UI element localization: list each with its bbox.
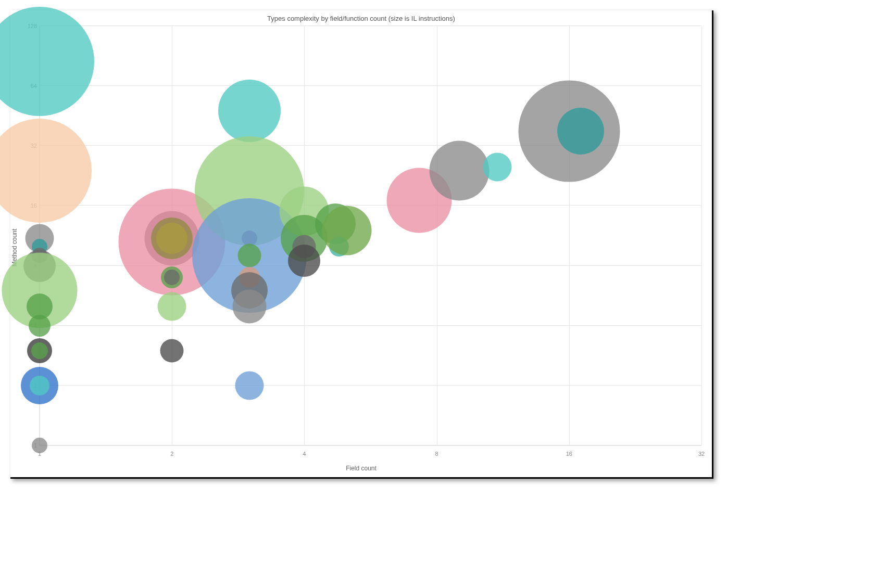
data-bubble[interactable] xyxy=(288,245,320,277)
x-tick: 32 xyxy=(698,451,705,457)
gridline-h xyxy=(40,25,701,26)
data-bubble[interactable] xyxy=(557,108,604,155)
data-bubble[interactable] xyxy=(218,80,281,142)
gridline-h xyxy=(40,325,701,326)
x-axis-label: Field count xyxy=(346,465,377,472)
gridline-v xyxy=(437,26,437,445)
x-tick: 8 xyxy=(435,451,438,457)
data-bubble[interactable] xyxy=(232,289,266,323)
gridline-v xyxy=(701,26,702,445)
data-bubble[interactable] xyxy=(0,119,92,223)
data-bubble[interactable] xyxy=(483,153,512,182)
data-bubble[interactable] xyxy=(0,7,94,116)
data-bubble[interactable] xyxy=(235,371,264,400)
data-bubble[interactable] xyxy=(156,223,187,254)
data-bubble[interactable] xyxy=(429,141,489,201)
data-bubble[interactable] xyxy=(164,270,180,285)
chart-title: Types complexity by field/function count… xyxy=(10,10,712,22)
bubble-chart: Types complexity by field/function count… xyxy=(10,10,713,479)
data-bubble[interactable] xyxy=(237,244,261,267)
plot-area: 124816321248163264128 xyxy=(39,26,701,446)
x-tick: 2 xyxy=(170,451,173,457)
gridline-h xyxy=(40,85,701,86)
data-bubble[interactable] xyxy=(322,206,372,255)
data-bubble[interactable] xyxy=(158,292,186,321)
x-tick: 16 xyxy=(566,451,572,457)
data-bubble[interactable] xyxy=(32,438,47,453)
gridline-h xyxy=(40,445,701,445)
data-bubble[interactable] xyxy=(29,315,51,337)
gridline-h xyxy=(40,385,701,386)
data-bubble[interactable] xyxy=(160,339,184,362)
data-bubble[interactable] xyxy=(31,342,48,359)
data-bubble[interactable] xyxy=(30,376,49,395)
x-tick: 4 xyxy=(303,451,306,457)
